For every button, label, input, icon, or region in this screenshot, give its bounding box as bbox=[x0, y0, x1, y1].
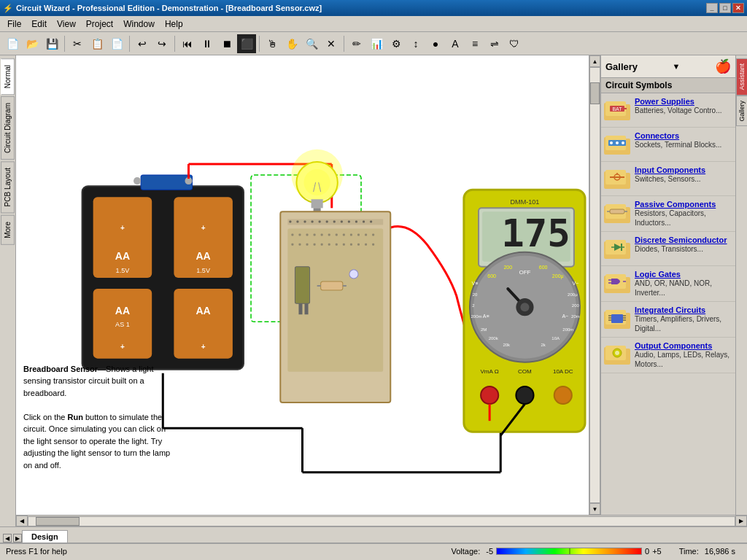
menu-project[interactable]: Project bbox=[82, 18, 117, 31]
connectors-link[interactable]: Connectors bbox=[635, 131, 732, 140]
svg-point-131 bbox=[610, 141, 613, 144]
svg-rect-59 bbox=[298, 234, 301, 236]
canvas-area[interactable]: + AA 1.5V + AA 1.5V AA AS 1 + AA + bbox=[16, 55, 589, 515]
design-tab[interactable]: Design bbox=[22, 530, 68, 542]
titlebar: ⚡ Circuit Wizard - Professional Edition … bbox=[0, 0, 747, 16]
close-button[interactable]: ✕ bbox=[732, 3, 744, 13]
gallery-tab[interactable]: Gallery bbox=[736, 96, 748, 127]
maximize-button[interactable]: □ bbox=[719, 3, 731, 13]
passive-link[interactable]: Passive Components bbox=[635, 200, 732, 209]
circle-button[interactable]: ● bbox=[426, 34, 445, 53]
svg-rect-69 bbox=[372, 234, 374, 236]
new-button[interactable]: 📄 bbox=[3, 34, 22, 53]
hscroll-track[interactable] bbox=[28, 516, 735, 526]
clear-button[interactable]: ✕ bbox=[322, 34, 341, 53]
tab-scroll-right[interactable]: ▶ bbox=[13, 534, 22, 542]
redo-button[interactable]: ↪ bbox=[152, 34, 171, 53]
svg-text:200m: 200m bbox=[562, 327, 573, 332]
gallery-item-connectors[interactable]: Connectors Sockets, Terminal Blocks... bbox=[601, 128, 735, 162]
menu-window[interactable]: Window bbox=[119, 18, 159, 31]
zoom-button[interactable]: 🔍 bbox=[302, 34, 321, 53]
gallery-item-power[interactable]: BAT Power Supplies Batteries, Voltage Co… bbox=[601, 93, 735, 128]
tab-circuit-diagram[interactable]: Circuit Diagram bbox=[1, 96, 15, 160]
svg-rect-162 bbox=[611, 314, 623, 323]
transfer-button[interactable]: ⇌ bbox=[485, 34, 504, 53]
gallery-header: Gallery ▼ 🍎 bbox=[601, 55, 735, 78]
svg-rect-125 bbox=[624, 108, 627, 109]
text-button[interactable]: A bbox=[446, 34, 465, 53]
gallery-item-output[interactable]: Output Components Audio, Lamps, LEDs, Re… bbox=[601, 338, 735, 373]
scroll-thumb[interactable] bbox=[590, 82, 600, 104]
menu-view[interactable]: View bbox=[53, 18, 80, 31]
hscroll-thumb[interactable] bbox=[36, 517, 80, 526]
svg-text:+: + bbox=[201, 224, 206, 232]
copy-button[interactable]: 📋 bbox=[88, 34, 107, 53]
scroll-left-button[interactable]: ◀ bbox=[16, 516, 28, 526]
svg-text:20k: 20k bbox=[503, 343, 511, 347]
gallery-item-integrated[interactable]: Integrated Circuits Timers, Amplifiers, … bbox=[601, 302, 735, 338]
logic-link[interactable]: Logic Gates bbox=[635, 270, 732, 279]
select-button[interactable]: 🖱 bbox=[263, 34, 282, 53]
integrated-link[interactable]: Integrated Circuits bbox=[635, 306, 732, 314]
scroll-up-button[interactable]: ▲ bbox=[589, 55, 600, 67]
gallery-item-input[interactable]: Input Components Switches, Sensors... bbox=[601, 162, 735, 196]
save-button[interactable]: 💾 bbox=[42, 34, 61, 53]
svg-rect-39 bbox=[296, 220, 298, 222]
graph-button[interactable]: 📊 bbox=[367, 34, 386, 53]
svg-rect-32 bbox=[311, 199, 323, 208]
gallery-item-semiconductor[interactable]: Discrete Semiconductor Diodes, Transisto… bbox=[601, 232, 735, 266]
tab-pcb-layout[interactable]: PCB Layout bbox=[1, 161, 15, 213]
shield-button[interactable]: 🛡 bbox=[505, 34, 524, 53]
menu-help[interactable]: Help bbox=[160, 18, 187, 31]
svg-rect-2 bbox=[141, 175, 192, 190]
stop-button[interactable]: ⏹ bbox=[217, 34, 236, 53]
cut-button[interactable]: ✂ bbox=[68, 34, 87, 53]
svg-rect-70 bbox=[291, 244, 293, 246]
svg-text:A≡: A≡ bbox=[483, 314, 489, 319]
list-button[interactable]: ≡ bbox=[465, 34, 484, 53]
undo-button[interactable]: ↩ bbox=[133, 34, 152, 53]
svg-point-105 bbox=[516, 386, 533, 404]
power-link[interactable]: Power Supplies bbox=[635, 97, 732, 106]
paste-button[interactable]: 📄 bbox=[107, 34, 126, 53]
output-link[interactable]: Output Components bbox=[635, 341, 732, 350]
svg-text:1.5V: 1.5V bbox=[116, 267, 130, 274]
rewind-button[interactable]: ⏮ bbox=[178, 34, 197, 53]
tab-normal[interactable]: Normal bbox=[1, 58, 15, 95]
flip-button[interactable]: ↕ bbox=[406, 34, 425, 53]
svg-text:V≡: V≡ bbox=[472, 281, 479, 286]
svg-rect-48 bbox=[363, 220, 365, 222]
scroll-track[interactable] bbox=[589, 67, 600, 503]
scroll-down-button[interactable]: ▼ bbox=[589, 503, 600, 515]
svg-rect-79 bbox=[357, 244, 360, 246]
gallery-dropdown-button[interactable]: ▼ bbox=[673, 62, 681, 71]
run-button[interactable]: ⬛ bbox=[237, 34, 256, 53]
menu-edit[interactable]: Edit bbox=[27, 18, 51, 31]
logic-desc: AND, OR, NAND, NOR, Inverter... bbox=[635, 279, 732, 298]
assistant-tab[interactable]: Assistant bbox=[736, 58, 748, 96]
input-link[interactable]: Input Components bbox=[635, 166, 732, 174]
gallery-item-passive[interactable]: Passive Components Resistors, Capacitors… bbox=[601, 196, 735, 232]
draw-button[interactable]: ✏ bbox=[347, 34, 366, 53]
gallery-scroll[interactable]: BAT Power Supplies Batteries, Voltage Co… bbox=[601, 93, 735, 515]
pan-button[interactable]: ✋ bbox=[282, 34, 301, 53]
minimize-button[interactable]: _ bbox=[706, 3, 718, 13]
tab-scroll-left[interactable]: ◀ bbox=[3, 534, 12, 542]
svg-rect-54 bbox=[321, 281, 343, 290]
svg-text:10A: 10A bbox=[551, 336, 560, 341]
open-button[interactable]: 📂 bbox=[23, 34, 42, 53]
tab-more[interactable]: More bbox=[1, 215, 15, 245]
svg-rect-67 bbox=[357, 234, 360, 236]
scroll-right-button[interactable]: ▶ bbox=[735, 516, 747, 526]
svg-point-133 bbox=[622, 141, 624, 144]
menu-file[interactable]: File bbox=[3, 18, 26, 31]
pause-button[interactable]: ⏸ bbox=[198, 34, 217, 53]
circuit-symbols-header: Circuit Symbols bbox=[601, 78, 735, 93]
settings-button[interactable]: ⚙ bbox=[387, 34, 406, 53]
semiconductor-folder-icon bbox=[604, 236, 630, 262]
semiconductor-link[interactable]: Discrete Semiconductor bbox=[635, 236, 732, 244]
gallery-item-logic[interactable]: Logic Gates AND, OR, NAND, NOR, Inverter… bbox=[601, 266, 735, 302]
titlebar-left: ⚡ Circuit Wizard - Professional Edition … bbox=[3, 4, 322, 13]
svg-point-100 bbox=[520, 303, 529, 311]
svg-text:200: 200 bbox=[572, 303, 580, 308]
